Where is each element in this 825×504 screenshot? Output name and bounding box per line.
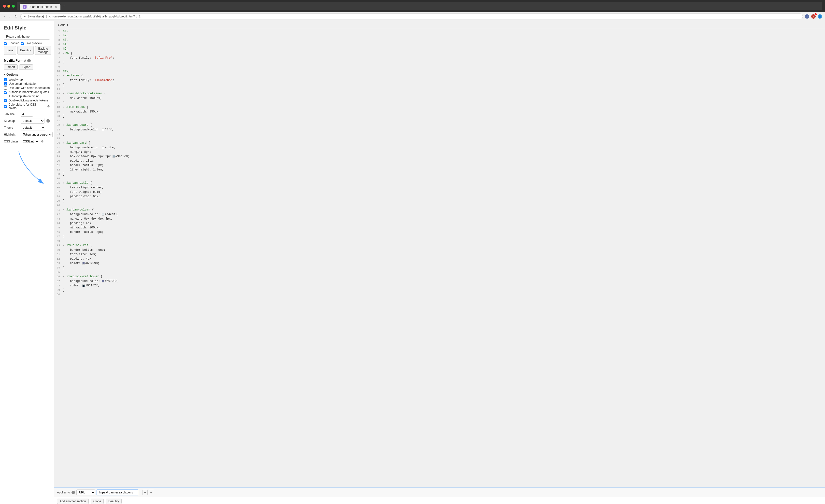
line-number: 47 [54,234,63,239]
maximize-traffic-light[interactable] [12,5,15,8]
line-number: 59 [54,288,63,292]
line-number: 5 [54,47,63,51]
line-content: font-family: 'TTCommons'; [63,78,825,83]
code-editor[interactable]: 1 h1, 2 h2, 3 h3, 4 h4, 5 h5, 6 ▾h6 { [54,29,825,488]
url-value-input[interactable] [96,490,138,495]
clone-button[interactable]: Clone [91,499,104,504]
applies-to-bar: Applies to i URL Domain Regexp − + [54,488,825,497]
line-content: min-width: 200px; [63,226,825,230]
colorpickers-gear-icon[interactable]: ⚙ [47,105,50,108]
tab-close-button[interactable]: ✕ [55,5,57,9]
line-number: 45 [54,226,63,230]
alert-icon[interactable]: ⚠ 1 [811,14,816,19]
line-number: 51 [54,252,63,257]
code-line-51: 51 font-size: 1em; [54,252,825,257]
double-click-checkbox[interactable] [4,99,7,102]
user-icon[interactable]: 👤 [818,14,822,19]
url-type-select[interactable]: URL Domain Regexp [76,490,95,495]
code-line-5: 5 h5, [54,47,825,51]
add-another-section-button[interactable]: Add another section [57,499,89,504]
double-click-label: Double-clicking selects tokens [9,99,48,102]
code-line-2: 2 h2, [54,33,825,38]
add-section-button[interactable]: + [149,490,154,495]
code-line-47: 47 } [54,234,825,239]
code-line-1: 1 h1, [54,29,825,33]
code-area: Code 1 1 h1, 2 h2, 3 h3, 4 h4, 5 h5, [54,21,825,504]
remove-section-button[interactable]: − [142,490,148,495]
back-to-manage-button[interactable]: Back to manage [35,46,51,55]
import-button[interactable]: Import [4,64,18,70]
line-content: border-bottom: none; [63,248,825,252]
style-name-input[interactable] [4,34,50,39]
code-line-12: 12 font-family: 'TTCommons'; [54,78,825,83]
new-tab-button[interactable]: + [61,2,67,10]
address-bar[interactable]: ✦ Stylus (beta) | chrome-extension://apm… [20,13,803,19]
tab-size-label: Tab size [4,112,19,116]
line-content: background-color: #fff; [63,128,825,132]
code-line-33: 33 } [54,172,825,176]
css-linter-gear-icon[interactable]: ⚙ [41,140,44,143]
save-button[interactable]: Save [4,46,16,55]
smart-indent-label: Use smart indentation [9,82,38,85]
line-content: line-height: 1.3em; [63,168,825,172]
bottom-beautify-button[interactable]: Beautify [106,499,122,504]
code-line-50: 50 border-bottom: none; [54,248,825,252]
option-autocomplete: Autocomplete on typing [4,95,50,98]
code-line-35: 35 ▾.kanban-title { [54,181,825,185]
minimize-traffic-light[interactable] [7,5,10,8]
line-number: 13 [54,83,63,87]
arrow-annotation-svg [4,149,53,188]
colorpickers-checkbox[interactable] [4,105,7,108]
line-number: 60 [54,292,63,297]
live-preview-checkbox[interactable] [21,42,24,45]
tab-size-input[interactable] [21,112,33,117]
keymap-info-icon[interactable]: i [47,119,50,122]
line-number: 30 [54,159,63,163]
line-content: text-align: center; [63,185,825,190]
back-button[interactable]: ‹ [3,14,6,19]
enabled-checkbox[interactable] [4,42,7,45]
line-number: 26 [54,141,63,145]
reload-button[interactable]: ↻ [13,14,18,19]
mozilla-format-info-icon[interactable]: i [27,59,31,62]
arrow-annotation-container [4,149,50,189]
autoclose-checkbox[interactable] [4,91,7,94]
line-content: } [63,100,825,105]
smart-indent-checkbox[interactable] [4,82,7,85]
line-content: margin: 0px 4px 0px 4px; [63,217,825,221]
line-number: 29 [54,154,63,159]
alert-badge: 1 [815,13,817,15]
code-section-header: Code 1 [54,21,825,29]
applies-to-info-icon[interactable]: i [72,491,75,494]
title-bar: S Roam dark theme ✕ + [0,0,825,12]
line-content: padding-top: 6px; [63,194,825,199]
code-line-29: 29 box-shadow: 0px 1px 2px #9eb3c0; [54,154,825,159]
forward-button[interactable]: › [8,14,11,19]
keymap-select[interactable]: default vim emacs [21,118,45,123]
toolbar-buttons: Save Beautify Back to manage [4,46,50,55]
tabs-smart-checkbox[interactable] [4,86,7,90]
address-text: Stylus (beta) | chrome-extension://apmmp… [27,15,800,18]
active-tab[interactable]: S Roam dark theme ✕ [20,4,61,10]
beautify-button[interactable]: Beautify [17,46,33,55]
enabled-label: Enabled [9,41,19,45]
option-double-click: Double-clicking selects tokens [4,99,50,102]
theme-select[interactable]: default dark [21,125,45,131]
css-linter-select[interactable]: CSSLint None [21,139,39,144]
line-number: 10 [54,69,63,73]
line-content: h1, [63,29,825,33]
word-wrap-checkbox[interactable] [4,78,7,81]
line-content: border-radius: 2px; [63,163,825,168]
add-remove-buttons: − + [142,490,154,495]
line-content: ▾.rm-block-ref:hover { [63,274,825,279]
autocomplete-checkbox[interactable] [4,95,7,98]
code-line-59: 59 } [54,288,825,292]
close-traffic-light[interactable] [3,5,6,8]
highlight-select[interactable]: Token under cursor Selection [21,132,53,137]
option-word-wrap: Word wrap [4,78,50,81]
shield-icon[interactable]: 🛡 [805,14,809,19]
export-button[interactable]: Export [19,64,33,70]
line-number: 39 [54,199,63,203]
line-content: } [63,83,825,87]
code-line-36: 36 text-align: center; [54,185,825,190]
